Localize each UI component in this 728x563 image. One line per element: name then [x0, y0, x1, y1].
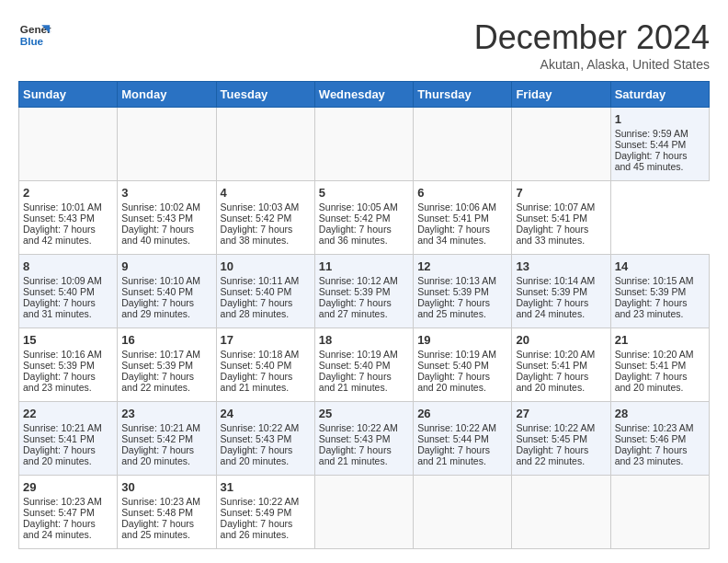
empty-cell [314, 108, 413, 181]
sunrise: Sunrise: 10:15 AM [615, 275, 694, 286]
sunrise: Sunrise: 10:19 AM [319, 349, 398, 360]
sunrise: Sunrise: 10:23 AM [615, 422, 694, 433]
day-number: 20 [516, 333, 606, 347]
day-number: 26 [417, 407, 507, 420]
day-number: 7 [516, 186, 606, 200]
sunrise: Sunrise: 10:05 AM [319, 201, 398, 213]
sunset: Sunset: 5:39 PM [23, 360, 95, 371]
calendar-cell: 13Sunrise: 10:14 AMSunset: 5:39 PMDaylig… [512, 255, 610, 328]
day-number: 27 [516, 407, 606, 420]
calendar-cell: 11Sunrise: 10:12 AMSunset: 5:39 PMDaylig… [314, 255, 413, 328]
empty-cell [414, 108, 512, 181]
calendar-cell: 27Sunrise: 10:22 AMSunset: 5:45 PMDaylig… [512, 402, 610, 476]
sunrise: Sunrise: 10:14 AM [516, 275, 595, 286]
daylight: Daylight: 7 hours and 21 minutes. [221, 371, 293, 393]
daylight: Daylight: 7 hours and 21 minutes. [417, 444, 490, 466]
calendar-cell: 2Sunrise: 10:01 AMSunset: 5:43 PMDayligh… [19, 181, 118, 255]
day-number: 25 [319, 407, 409, 420]
daylight: Daylight: 7 hours and 22 minutes. [121, 371, 194, 393]
sunrise: Sunrise: 10:07 AM [516, 201, 595, 213]
daylight: Daylight: 7 hours and 23 minutes. [615, 444, 688, 466]
calendar-cell: 18Sunrise: 10:19 AMSunset: 5:40 PMDaylig… [314, 328, 413, 402]
day-number: 2 [23, 186, 113, 200]
day-number: 19 [417, 333, 507, 347]
calendar-cell: 9Sunrise: 10:10 AMSunset: 5:40 PMDayligh… [118, 255, 216, 328]
daylight: Daylight: 7 hours and 42 minutes. [23, 224, 96, 246]
sunset: Sunset: 5:43 PM [221, 433, 292, 444]
sunrise: Sunrise: 10:11 AM [221, 275, 300, 286]
day-number: 17 [221, 333, 311, 347]
logo: General Blue [18, 18, 51, 52]
sunrise: Sunrise: 10:19 AM [417, 349, 496, 360]
sunset: Sunset: 5:42 PM [221, 213, 292, 224]
day-header-wednesday: Wednesday [314, 82, 413, 108]
day-header-sunday: Sunday [19, 82, 118, 108]
sunset: Sunset: 5:41 PM [417, 213, 489, 224]
daylight: Daylight: 7 hours and 24 minutes. [23, 518, 96, 540]
sunset: Sunset: 5:40 PM [221, 286, 292, 297]
sunset: Sunset: 5:49 PM [221, 507, 292, 518]
sunset: Sunset: 5:42 PM [319, 213, 391, 224]
sunrise: Sunrise: 10:22 AM [221, 422, 300, 433]
sunset: Sunset: 5:40 PM [23, 286, 95, 297]
daylight: Daylight: 7 hours and 26 minutes. [221, 518, 293, 540]
daylight: Daylight: 7 hours and 20 minutes. [23, 444, 96, 466]
sunset: Sunset: 5:40 PM [121, 286, 193, 297]
sunrise: Sunrise: 10:12 AM [319, 275, 398, 286]
sunrise: Sunrise: 10:22 AM [319, 422, 398, 433]
daylight: Daylight: 7 hours and 21 minutes. [319, 371, 392, 393]
sunset: Sunset: 5:40 PM [221, 360, 292, 371]
sunset: Sunset: 5:41 PM [516, 213, 587, 224]
sunset: Sunset: 5:40 PM [319, 360, 391, 371]
calendar-cell: 19Sunrise: 10:19 AMSunset: 5:40 PMDaylig… [414, 328, 512, 402]
sunrise: Sunrise: 10:02 AM [121, 201, 200, 213]
calendar-cell: 3Sunrise: 10:02 AMSunset: 5:43 PMDayligh… [118, 181, 216, 255]
page-header: General Blue December 2024 Akutan, Alask… [18, 18, 710, 72]
sunrise: Sunrise: 10:18 AM [221, 349, 300, 360]
day-number: 13 [516, 259, 606, 273]
day-number: 18 [319, 333, 409, 347]
sunset: Sunset: 5:41 PM [516, 360, 587, 371]
daylight: Daylight: 7 hours and 20 minutes. [417, 371, 490, 393]
daylight: Daylight: 7 hours and 23 minutes. [23, 371, 96, 393]
sunset: Sunset: 5:39 PM [121, 360, 193, 371]
calendar-cell: 8Sunrise: 10:09 AMSunset: 5:40 PMDayligh… [19, 255, 118, 328]
calendar-cell: 29Sunrise: 10:23 AMSunset: 5:47 PMDaylig… [19, 476, 118, 549]
week-row: 1Sunrise: 9:59 AMSunset: 5:44 PMDaylight… [19, 108, 710, 181]
calendar-cell: 7Sunrise: 10:07 AMSunset: 5:41 PMDayligh… [512, 181, 610, 255]
daylight: Daylight: 7 hours and 20 minutes. [516, 371, 588, 393]
calendar-cell: 1Sunrise: 9:59 AMSunset: 5:44 PMDaylight… [610, 108, 709, 181]
daylight: Daylight: 7 hours and 28 minutes. [221, 297, 293, 319]
empty-cell [118, 108, 216, 181]
sunrise: Sunrise: 10:01 AM [23, 201, 102, 213]
daylight: Daylight: 7 hours and 23 minutes. [615, 297, 688, 319]
daylight: Daylight: 7 hours and 20 minutes. [221, 444, 293, 466]
day-number: 5 [319, 186, 409, 200]
daylight: Daylight: 7 hours and 20 minutes. [121, 444, 194, 466]
calendar-cell: 6Sunrise: 10:06 AMSunset: 5:41 PMDayligh… [414, 181, 512, 255]
calendar-cell: 23Sunrise: 10:21 AMSunset: 5:42 PMDaylig… [118, 402, 216, 476]
calendar-cell: 16Sunrise: 10:17 AMSunset: 5:39 PMDaylig… [118, 328, 216, 402]
daylight: Daylight: 7 hours and 33 minutes. [516, 224, 588, 246]
calendar-cell: 26Sunrise: 10:22 AMSunset: 5:44 PMDaylig… [414, 402, 512, 476]
week-row: 2Sunrise: 10:01 AMSunset: 5:43 PMDayligh… [19, 181, 710, 255]
sunrise: Sunrise: 10:23 AM [121, 496, 200, 507]
sunset: Sunset: 5:47 PM [23, 507, 95, 518]
day-number: 6 [417, 186, 507, 200]
empty-cell [19, 108, 118, 181]
sunset: Sunset: 5:40 PM [417, 360, 489, 371]
location: Akutan, Alaska, United States [474, 57, 710, 72]
day-number: 10 [221, 259, 311, 273]
day-number: 24 [221, 407, 311, 420]
day-number: 23 [121, 407, 211, 420]
daylight: Daylight: 7 hours and 38 minutes. [221, 224, 293, 246]
sunrise: Sunrise: 10:22 AM [221, 496, 300, 507]
sunset: Sunset: 5:41 PM [23, 433, 95, 444]
day-number: 11 [319, 259, 409, 273]
calendar-cell [314, 476, 413, 549]
daylight: Daylight: 7 hours and 22 minutes. [516, 444, 588, 466]
calendar-cell: 5Sunrise: 10:05 AMSunset: 5:42 PMDayligh… [314, 181, 413, 255]
calendar-cell: 4Sunrise: 10:03 AMSunset: 5:42 PMDayligh… [216, 181, 314, 255]
day-number: 15 [23, 333, 113, 347]
daylight: Daylight: 7 hours and 27 minutes. [319, 297, 392, 319]
